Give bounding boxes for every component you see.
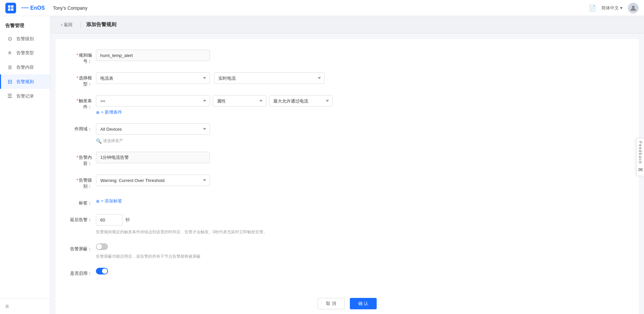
- app-body: 告警管理 ⊙ 告警级别 ≡ 告警类型 ≣ 告警内容 ⊟ 告警规则 ☰ 告警记录 …: [0, 16, 644, 314]
- chevron-down-icon: ▾: [620, 5, 623, 10]
- svg-rect-2: [8, 8, 10, 11]
- model-select-inline: 电流表 实时电流: [96, 72, 625, 84]
- trigger-label: 触发条件：: [69, 95, 96, 110]
- prop-select[interactable]: 属性: [213, 95, 266, 107]
- search-icon: 🔍: [96, 138, 102, 144]
- mute-toggle[interactable]: [96, 243, 108, 250]
- scope-hint-label: 请选择资产: [103, 138, 123, 144]
- brand-name: EnOS: [30, 5, 45, 11]
- feedback-label: Feedback: [638, 141, 643, 164]
- delay-hint: 告警规则规定的触发条件持续达到设置的时间后，告警才会触发。0秒代表无延时立即触发…: [96, 229, 625, 235]
- sidebar-item-alert-content[interactable]: ≣ 告警内容: [0, 60, 50, 74]
- add-condition-link[interactable]: ⊕ + 新增条件: [96, 109, 625, 115]
- trigger-inline: >= 属性 最大允许通过电流: [96, 95, 625, 107]
- sidebar-collapse-button[interactable]: ≡: [0, 299, 50, 314]
- topbar-logo: •••• EnOS: [5, 3, 45, 13]
- tags-row: 标签： ⊕ + 添加标签: [69, 197, 625, 206]
- page-title: 添加告警规则: [86, 21, 116, 28]
- delay-row: 延后告警： 秒 告警规则规定的触发条件持续达到设置的时间后，告警才会触发。0秒代…: [69, 214, 625, 235]
- model-right-select[interactable]: 实时电流: [214, 72, 325, 84]
- sidebar-item-alert-type[interactable]: ≡ 告警类型: [0, 46, 50, 60]
- main-content: ‹ 返回 添加告警规则 规则编号： 选择模型： 电流表: [50, 16, 644, 314]
- svg-rect-1: [11, 5, 13, 8]
- sidebar-item-alert-rule[interactable]: ⊟ 告警规则: [0, 74, 50, 89]
- enabled-row: 是否启用：: [69, 268, 625, 276]
- document-icon[interactable]: 📄: [589, 4, 596, 12]
- sidebar: 告警管理 ⊙ 告警级别 ≡ 告警类型 ≣ 告警内容 ⊟ 告警规则 ☰ 告警记录 …: [0, 16, 50, 314]
- model-select-label: 选择模型：: [69, 72, 96, 87]
- alert-level-select[interactable]: Warning: Current Over Threshold: [96, 175, 210, 186]
- mute-toggle-knob: [97, 244, 102, 249]
- sidebar-item-alert-record[interactable]: ☰ 告警记录: [0, 89, 50, 103]
- language-selector[interactable]: 简体中文 ▾: [601, 5, 623, 11]
- alert-level-label: 告警级别：: [69, 175, 96, 189]
- feedback-tab[interactable]: Feedback ✉: [636, 138, 644, 176]
- svg-point-4: [632, 6, 635, 8]
- alert-rule-icon: ⊟: [6, 78, 13, 85]
- sidebar-label-alert-record: 告警记录: [16, 93, 34, 99]
- svg-rect-3: [11, 8, 13, 11]
- scope-select[interactable]: All Devices: [96, 123, 210, 135]
- rule-code-control: [96, 50, 625, 61]
- alert-level-row: 告警级别： Warning: Current Over Threshold: [69, 175, 625, 189]
- delay-control: 秒 告警规则规定的触发条件持续达到设置的时间后，告警才会触发。0秒代表无延时立即…: [96, 214, 625, 235]
- enabled-label: 是否启用：: [69, 268, 96, 276]
- rule-code-input[interactable]: [96, 50, 210, 61]
- delay-label: 延后告警：: [69, 214, 96, 223]
- model-select-control: 电流表 实时电流: [96, 72, 625, 84]
- alert-content-row: 告警内容：: [69, 152, 625, 167]
- form-footer: 取 消 确 认: [69, 290, 625, 309]
- model-select-row: 选择模型： 电流表 实时电流: [69, 72, 625, 87]
- delay-input[interactable]: [96, 214, 123, 226]
- operator-select[interactable]: >=: [96, 95, 210, 107]
- enabled-toggle[interactable]: [96, 268, 108, 274]
- topbar-right: 📄 简体中文 ▾: [589, 3, 639, 13]
- tags-label: 标签：: [69, 197, 96, 206]
- back-label: 返回: [64, 22, 72, 28]
- sidebar-label-alert-content: 告警内容: [16, 64, 34, 70]
- trigger-control: >= 属性 最大允许通过电流 ⊕ + 新增条件: [96, 95, 625, 115]
- alert-record-icon: ☰: [6, 93, 13, 99]
- sidebar-label-alert-rule: 告警规则: [16, 79, 34, 85]
- alert-content-input[interactable]: [96, 152, 210, 163]
- mute-hint: 告警屏蔽功能启用后，该告警的所有子节点告警都将被屏蔽: [96, 253, 625, 260]
- header-divider: [80, 21, 81, 28]
- user-avatar[interactable]: [628, 3, 639, 13]
- back-arrow-icon: ‹: [61, 22, 62, 27]
- cancel-button[interactable]: 取 消: [318, 298, 344, 309]
- mail-icon: ✉: [638, 167, 643, 173]
- model-left-select[interactable]: 电流表: [96, 72, 210, 84]
- alert-content-icon: ≣: [6, 64, 13, 70]
- back-button[interactable]: ‹ 返回: [58, 20, 75, 29]
- company-name: Tony's Company: [53, 5, 88, 11]
- add-condition-icon: ⊕: [96, 110, 100, 115]
- alert-content-label: 告警内容：: [69, 152, 96, 167]
- confirm-button[interactable]: 确 认: [350, 298, 377, 309]
- page-header: ‹ 返回 添加告警规则: [50, 16, 644, 34]
- sidebar-item-alert-level[interactable]: ⊙ 告警级别: [0, 32, 50, 46]
- svg-rect-0: [8, 5, 10, 8]
- enabled-toggle-knob: [102, 268, 107, 274]
- add-condition-label: + 新增条件: [101, 109, 122, 115]
- alert-content-control: [96, 152, 625, 163]
- alert-level-icon: ⊙: [6, 36, 13, 42]
- grid-icon[interactable]: [5, 3, 16, 13]
- delay-unit: 秒: [125, 217, 130, 223]
- form-container: 规则编号： 选择模型： 电流表 实时电流: [56, 39, 639, 314]
- mute-label: 告警屏蔽：: [69, 243, 96, 252]
- delay-inline: 秒: [96, 214, 625, 226]
- add-tag-link[interactable]: ⊕ + 添加标签: [96, 198, 625, 204]
- add-tag-label: + 添加标签: [101, 198, 122, 204]
- enabled-control: [96, 268, 625, 274]
- mute-row: 告警屏蔽： 告警屏蔽功能启用后，该告警的所有子节点告警都将被屏蔽: [69, 243, 625, 260]
- scope-control: All Devices 🔍 请选择资产: [96, 123, 625, 144]
- rule-code-label: 规则编号：: [69, 50, 96, 64]
- alert-level-control: Warning: Current Over Threshold: [96, 175, 625, 186]
- mute-control: 告警屏蔽功能启用后，该告警的所有子节点告警都将被屏蔽: [96, 243, 625, 260]
- add-tag-icon: ⊕: [96, 199, 100, 204]
- scope-row: 作用域： All Devices 🔍 请选择资产: [69, 123, 625, 144]
- attr-select[interactable]: 最大允许通过电流: [269, 95, 333, 107]
- tags-control: ⊕ + 添加标签: [96, 197, 625, 204]
- sidebar-label-alert-type: 告警类型: [16, 50, 34, 56]
- sidebar-title: 告警管理: [0, 19, 50, 32]
